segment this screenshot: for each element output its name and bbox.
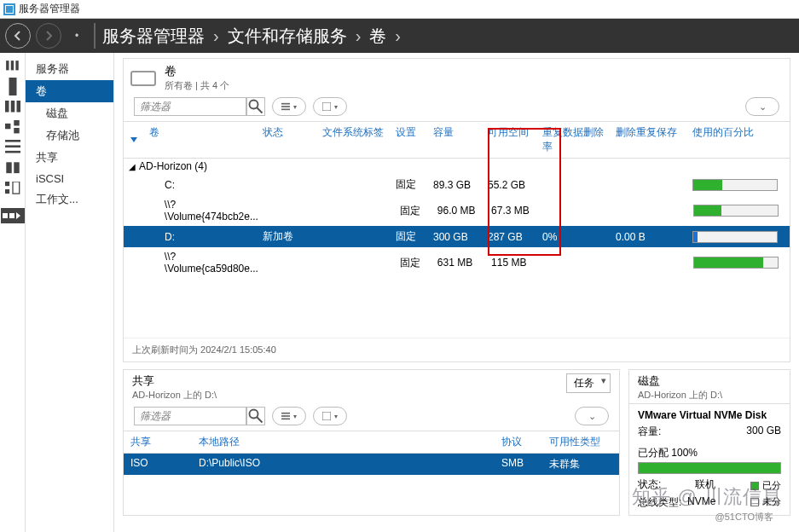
shares-filter-input[interactable] — [135, 408, 246, 425]
volume-row[interactable]: \\?\Volume{ca59d80e...固定631 MB115 MB — [124, 247, 790, 278]
volume-row[interactable]: \\?\Volume{474bcb2e...固定96.0 MB67.3 MB — [124, 195, 790, 226]
crumb-1[interactable]: 文件和存储服务 — [223, 25, 352, 48]
nav-workfolders[interactable]: 工作文... — [26, 188, 113, 211]
refresh-time: 上次刷新时间为 2024/2/1 15:05:40 — [124, 338, 790, 361]
cell-prov: 固定 — [395, 252, 432, 274]
col-fslabel[interactable]: 文件系统标签 — [317, 122, 391, 158]
share-row[interactable]: ISOD:\Public\ISOSMB未群集 — [124, 454, 619, 475]
col-prov[interactable]: 设置 — [391, 122, 428, 158]
cell-prov: 固定 — [395, 200, 432, 222]
cell-deduprate — [540, 259, 612, 266]
shares-filter[interactable] — [134, 407, 265, 425]
group-icon[interactable] — [5, 162, 20, 174]
svg-point-24 — [250, 410, 258, 419]
volume-row[interactable]: C:固定89.3 GB55.2 GB — [124, 174, 790, 195]
cell-cap: 631 MB — [432, 253, 486, 272]
cell-free: 55.2 GB — [483, 176, 537, 194]
col-cap[interactable]: 容量 — [428, 122, 483, 158]
cell-deduprate — [540, 207, 612, 214]
forward-button[interactable] — [36, 23, 61, 49]
storage-nav-icon[interactable] — [1, 208, 25, 223]
cell-volume: \\?\Volume{474bcb2e... — [144, 195, 263, 226]
nav-storagepools[interactable]: 存储池 — [26, 124, 113, 147]
cell-fs — [322, 207, 395, 214]
expand-button[interactable]: ⌄ — [745, 97, 779, 116]
search-icon[interactable] — [246, 97, 264, 116]
svg-rect-21 — [281, 106, 290, 107]
shares-title: 共享 — [132, 373, 217, 389]
role-icon[interactable] — [5, 121, 20, 133]
col-free[interactable]: 可用空间 — [483, 122, 537, 158]
col-volume[interactable]: 卷 — [144, 122, 258, 158]
disk-title: 磁盘 — [638, 373, 722, 389]
view-selector[interactable]: ▾ — [313, 97, 347, 116]
col-status[interactable]: 状态 — [258, 122, 317, 158]
volumes-filter-input[interactable] — [135, 98, 246, 115]
col-avail[interactable]: 可用性类型 — [542, 431, 619, 453]
columns-selector[interactable]: ▾ — [272, 97, 306, 116]
svg-rect-11 — [5, 145, 20, 147]
svg-rect-28 — [281, 419, 290, 420]
dashboard-icon[interactable] — [5, 60, 20, 72]
nav-volumes[interactable]: 卷 — [26, 80, 113, 102]
disk-device: VMware Virtual NVMe Disk — [638, 409, 781, 421]
cell-volume: D: — [144, 228, 258, 246]
col-deduprate[interactable]: 重复数据删除率 — [537, 122, 611, 158]
shares-tasks-button[interactable]: 任务 — [566, 373, 611, 393]
cell-cap: 96.0 MB — [432, 201, 486, 220]
col-pct[interactable]: 使用的百分比 — [687, 122, 790, 158]
shares-view-selector[interactable]: ▾ — [313, 407, 347, 425]
disk-subtitle: AD-Horizon 上的 D:\ — [638, 389, 722, 402]
nav-iscsi[interactable]: iSCSI — [26, 169, 113, 188]
cell-deduprate — [537, 182, 611, 188]
breadcrumb-menu-icon[interactable]: • — [61, 30, 92, 42]
shares-rows: ISOD:\Public\ISOSMB未群集 — [124, 454, 619, 475]
left-nav: 服务器 卷 磁盘 存储池 共享 iSCSI 工作文... — [26, 53, 114, 532]
misc-icon[interactable] — [5, 182, 20, 194]
cell-deduprate: 0% — [537, 228, 611, 246]
svg-rect-17 — [13, 182, 20, 194]
window-titlebar: 服务器管理器 — [0, 0, 799, 19]
nav-disks[interactable]: 磁盘 — [26, 102, 113, 124]
server-icon[interactable] — [5, 80, 20, 92]
disk-alloc-bar — [638, 462, 781, 474]
col-path[interactable]: 本地路径 — [192, 431, 495, 453]
col-dedupsave[interactable]: 删除重复保存 — [611, 122, 687, 158]
volumes-rows: C:固定89.3 GB55.2 GB\\?\Volume{474bcb2e...… — [124, 174, 790, 278]
main-area: 卷 所有卷 | 共 4 个 ▾ ▾ ⌄ 卷 状态 文件系统标签 设置 — [114, 53, 799, 532]
svg-rect-1 — [10, 61, 13, 70]
svg-rect-27 — [281, 415, 290, 417]
role2-icon[interactable] — [5, 142, 20, 153]
cell-cap: 300 GB — [428, 228, 483, 246]
cell-fs — [317, 234, 391, 240]
svg-rect-12 — [5, 151, 20, 153]
shares-expand-button[interactable]: ⌄ — [575, 407, 609, 425]
back-button[interactable] — [5, 23, 31, 49]
cell-status — [263, 207, 322, 214]
shares-columns-selector[interactable]: ▾ — [272, 407, 306, 425]
svg-rect-15 — [5, 182, 9, 186]
volume-group-row[interactable]: ◢ AD-Horizon (4) — [124, 159, 790, 174]
col-proto[interactable]: 协议 — [495, 431, 542, 453]
cell-proto: SMB — [495, 454, 542, 475]
volumes-panel: 卷 所有卷 | 共 4 个 ▾ ▾ ⌄ 卷 状态 文件系统标签 设置 — [123, 58, 790, 362]
svg-rect-5 — [10, 101, 14, 113]
crumb-2[interactable]: 卷 — [364, 25, 391, 48]
nav-shares[interactable]: 共享 — [26, 147, 113, 169]
chevron-icon: › — [391, 26, 404, 46]
shares-subtitle: AD-Horizon 上的 D:\ — [132, 389, 217, 402]
nav-servers[interactable]: 服务器 — [26, 58, 113, 80]
search-icon[interactable] — [246, 407, 264, 425]
allservers-icon[interactable] — [5, 101, 20, 113]
volumes-filter[interactable] — [134, 97, 265, 116]
svg-rect-10 — [5, 140, 20, 142]
cell-cap: 89.3 GB — [428, 176, 483, 194]
cell-usage — [688, 201, 790, 220]
volume-row[interactable]: D:新加卷固定300 GB287 GB0%0.00 B — [124, 226, 790, 247]
expand-all-icon[interactable] — [124, 122, 144, 158]
cell-free: 287 GB — [483, 228, 537, 246]
crumb-0[interactable]: 服务器管理器 — [97, 25, 210, 48]
cell-dedupsave — [612, 259, 688, 266]
cell-volume: C: — [144, 176, 258, 194]
col-share[interactable]: 共享 — [124, 431, 192, 453]
